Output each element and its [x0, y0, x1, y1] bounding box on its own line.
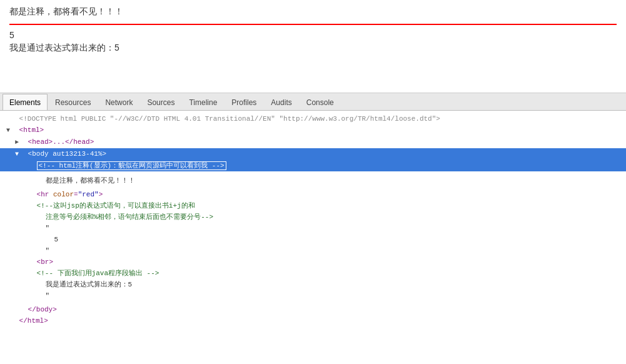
page-hr [9, 24, 617, 25]
page-number: 5 [9, 30, 617, 40]
page-line3: 我是通过表达式算出来的：5 [9, 43, 617, 54]
page-content: 都是注释，都将看不见！！！ 5 我是通过表达式算出来的：5 [0, 0, 626, 88]
page-line1: 都是注释，都将看不见！！！ [9, 6, 617, 18]
